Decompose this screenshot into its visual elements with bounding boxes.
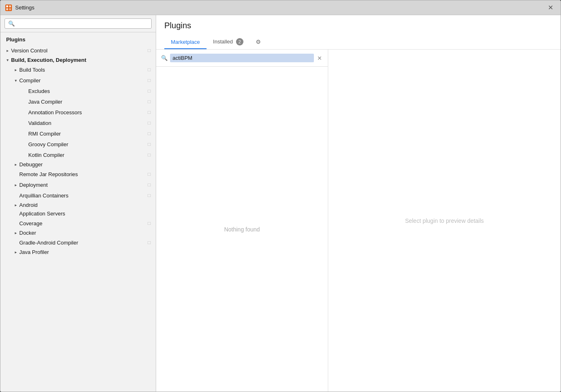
sidebar-label-arquillian-containers: Arquillian Containers [19, 193, 145, 199]
sidebar-search-input[interactable] [5, 18, 152, 29]
sidebar-item-excludes[interactable]: Excludes□ [0, 86, 156, 96]
sidebar-label-java-profiler: Java Profiler [19, 249, 156, 255]
plugin-preview-placeholder: Select plugin to preview details [405, 218, 484, 224]
plugins-title: Plugins [164, 21, 552, 30]
settings-icon-build-tools: □ [145, 66, 153, 74]
sidebar-item-build-exec-deploy[interactable]: ▾Build, Execution, Deployment [0, 56, 156, 64]
expand-icon-java-profiler: ▸ [13, 250, 18, 254]
svg-rect-0 [6, 5, 8, 7]
tabs-row: Marketplace Installed 2 ⚙ [164, 34, 552, 49]
settings-icon-validation: □ [145, 119, 153, 127]
settings-icon-gradle-android-compiler: □ [145, 238, 153, 247]
plugins-header: Plugins Marketplace Installed 2 ⚙ [156, 15, 561, 50]
plugin-search-bar: 🔍 ✕ [156, 50, 328, 67]
sidebar-item-gradle-android-compiler[interactable]: Gradle-Android Compiler□ [0, 237, 156, 248]
expand-icon-deployment: ▸ [13, 183, 18, 187]
sidebar-item-java-profiler[interactable]: ▸Java Profiler [0, 248, 156, 256]
app-icon [5, 5, 12, 11]
sidebar-label-android: Android [19, 202, 156, 208]
sidebar-item-groovy-compiler[interactable]: Groovy Compiler□ [0, 139, 156, 150]
svg-rect-3 [9, 8, 11, 10]
title-bar: Settings ✕ [0, 0, 561, 15]
sidebar-label-compiler: Compiler [19, 77, 145, 84]
settings-icon-coverage: □ [145, 219, 153, 227]
tab-installed[interactable]: Installed 2 [207, 35, 250, 50]
sidebar-label-coverage: Coverage [19, 220, 145, 227]
clear-search-button[interactable]: ✕ [316, 55, 323, 61]
settings-icon-deployment: □ [145, 181, 153, 189]
sidebar-label-kotlin-compiler: Kotlin Compiler [28, 152, 145, 158]
search-icon: 🔍 [161, 55, 168, 61]
sidebar-label-rmi-compiler: RMI Compiler [28, 131, 145, 137]
nothing-found-message: Nothing found [156, 67, 328, 392]
settings-icon-java-compiler: □ [145, 97, 153, 106]
sidebar-item-arquillian-containers[interactable]: Arquillian Containers□ [0, 190, 156, 201]
sidebar-label-docker: Docker [19, 230, 156, 236]
sidebar-item-kotlin-compiler[interactable]: Kotlin Compiler□ [0, 150, 156, 160]
sidebar-search-container [0, 15, 156, 32]
sidebar-label-version-control: Version Control [11, 48, 145, 54]
plugins-settings-button[interactable]: ⚙ [252, 35, 265, 48]
sidebar-label-debugger: Debugger [19, 161, 156, 168]
sidebar-item-application-servers[interactable]: Application Servers [0, 209, 156, 218]
sidebar-item-compiler[interactable]: ▾Compiler□ [0, 75, 156, 86]
plugin-search-input[interactable] [170, 54, 314, 62]
settings-dialog: Settings ✕ Plugins ▸Version Control□▾Bui… [0, 0, 561, 392]
sidebar-item-remote-jar-repositories[interactable]: Remote Jar Repositories□ [0, 169, 156, 179]
sidebar-label-groovy-compiler: Groovy Compiler [28, 141, 145, 147]
sidebar-item-android[interactable]: ▸Android [0, 201, 156, 209]
sidebar-header: Plugins [0, 32, 156, 45]
expand-icon-docker: ▸ [13, 231, 18, 235]
sidebar-item-annotation-processors[interactable]: Annotation Processors□ [0, 107, 156, 118]
sidebar-tree: ▸Version Control□▾Build, Execution, Depl… [0, 45, 156, 392]
svg-rect-1 [9, 5, 11, 7]
svg-rect-2 [6, 8, 8, 10]
expand-icon-build-exec-deploy: ▾ [5, 58, 10, 62]
sidebar-label-deployment: Deployment [19, 182, 145, 188]
settings-icon-rmi-compiler: □ [145, 129, 153, 138]
sidebar-item-java-compiler[interactable]: Java Compiler□ [0, 96, 156, 107]
expand-icon-compiler: ▾ [13, 78, 18, 83]
plugin-list-panel: 🔍 ✕ Nothing found [156, 50, 328, 392]
expand-icon-build-tools: ▸ [13, 68, 18, 72]
settings-icon-compiler: □ [145, 76, 153, 84]
sidebar-label-gradle-android-compiler: Gradle-Android Compiler [19, 240, 145, 246]
close-button[interactable]: ✕ [545, 4, 556, 12]
dialog-title: Settings [15, 5, 545, 11]
plugin-preview-panel: Select plugin to preview details [328, 50, 561, 392]
settings-icon-arquillian-containers: □ [145, 191, 153, 199]
settings-icon-groovy-compiler: □ [145, 140, 153, 148]
settings-icon-remote-jar-repositories: □ [145, 170, 153, 178]
sidebar-label-remote-jar-repositories: Remote Jar Repositories [19, 171, 145, 177]
sidebar-item-docker[interactable]: ▸Docker [0, 229, 156, 237]
right-panel: Plugins Marketplace Installed 2 ⚙ 🔍 [156, 15, 561, 392]
settings-icon-version-control: □ [145, 46, 153, 54]
sidebar-label-build-tools: Build Tools [19, 67, 145, 73]
installed-badge: 2 [236, 38, 243, 45]
sidebar-label-java-compiler: Java Compiler [28, 99, 145, 105]
sidebar-item-coverage[interactable]: Coverage□ [0, 218, 156, 229]
sidebar-item-version-control[interactable]: ▸Version Control□ [0, 45, 156, 56]
expand-icon-version-control: ▸ [5, 48, 10, 53]
content-area: Plugins ▸Version Control□▾Build, Executi… [0, 15, 561, 392]
tab-marketplace[interactable]: Marketplace [164, 36, 207, 49]
expand-icon-debugger: ▸ [13, 162, 18, 167]
sidebar-label-annotation-processors: Annotation Processors [28, 109, 145, 116]
sidebar-item-rmi-compiler[interactable]: RMI Compiler□ [0, 128, 156, 139]
sidebar-label-application-servers: Application Servers [19, 211, 156, 217]
sidebar: Plugins ▸Version Control□▾Build, Executi… [0, 15, 156, 392]
sidebar-label-build-exec-deploy: Build, Execution, Deployment [11, 57, 156, 63]
sidebar-item-validation[interactable]: Validation□ [0, 118, 156, 128]
settings-icon-excludes: □ [145, 87, 153, 95]
expand-icon-android: ▸ [13, 203, 18, 207]
sidebar-label-excludes: Excludes [28, 88, 145, 94]
sidebar-item-build-tools[interactable]: ▸Build Tools□ [0, 64, 156, 75]
sidebar-item-deployment[interactable]: ▸Deployment□ [0, 179, 156, 190]
settings-icon-kotlin-compiler: □ [145, 151, 153, 159]
sidebar-item-debugger[interactable]: ▸Debugger [0, 160, 156, 169]
sidebar-label-validation: Validation [28, 120, 145, 126]
plugin-search-area: 🔍 ✕ Nothing found Select plugin to previ… [156, 50, 561, 392]
settings-icon-annotation-processors: □ [145, 108, 153, 116]
